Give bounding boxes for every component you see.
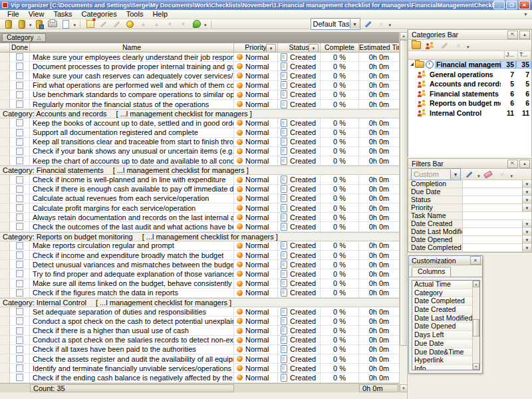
task-row[interactable]: Always retain documentation and records … — [0, 213, 399, 222]
column-list-item[interactable]: Hyperlink — [412, 356, 472, 365]
menu-tasks[interactable]: Tasks — [49, 10, 76, 19]
done-checkbox[interactable] — [16, 53, 23, 61]
priority-up-button[interactable] — [151, 19, 162, 29]
column-list-item[interactable]: Due Date — [412, 340, 472, 348]
task-row[interactable]: Check if the ending cash balance is nega… — [0, 373, 399, 382]
done-checkbox[interactable] — [16, 251, 23, 259]
scroll-down-icon[interactable]: ▼ — [473, 363, 479, 370]
task-row[interactable]: Find what operations are performed well … — [0, 81, 399, 90]
menu-view[interactable]: View — [24, 10, 49, 19]
task-row[interactable]: Set adequate separation of duties and re… — [0, 307, 399, 317]
filter-value[interactable] — [463, 188, 522, 196]
maximize-button[interactable]: ❐ — [506, 1, 517, 9]
filter-value[interactable] — [463, 244, 522, 251]
task-row[interactable]: Check if income is well-planned and in l… — [0, 175, 399, 184]
filter-value[interactable] — [463, 236, 522, 243]
filter-value[interactable] — [463, 220, 522, 227]
apply-filter-button[interactable] — [464, 170, 475, 179]
column-list-item[interactable]: Date Opened — [412, 323, 472, 331]
new-category-button[interactable] — [425, 41, 436, 50]
panel-collapse-button[interactable]: ▴ — [519, 160, 530, 168]
done-checkbox[interactable] — [16, 346, 23, 353]
open-database-button[interactable] — [16, 19, 27, 29]
panel-collapse-button[interactable]: ▴ — [519, 31, 530, 39]
done-checkbox[interactable] — [16, 91, 23, 98]
done-checkbox[interactable] — [16, 100, 23, 108]
filter-preset-combo[interactable]: Custom — [411, 168, 461, 180]
delete-task-button[interactable] — [111, 19, 122, 29]
new-database-button[interactable] — [3, 19, 14, 29]
done-checkbox[interactable] — [16, 289, 23, 297]
filter-preset-dropdown-icon[interactable] — [450, 170, 460, 179]
clear-filter-button[interactable] — [483, 170, 494, 179]
task-row[interactable]: Check if your bank shows any unusual or … — [0, 147, 399, 156]
header-estimated-time[interactable]: Estimated Time — [359, 43, 399, 53]
done-checkbox[interactable] — [16, 129, 23, 136]
group-by-category-tab[interactable]: Category △ — [2, 33, 46, 42]
manage-tasklist-button[interactable] — [362, 19, 374, 29]
delete-tasklist-button[interactable] — [376, 19, 387, 29]
done-checkbox[interactable] — [16, 374, 23, 381]
filter-value-dropdown-icon[interactable] — [522, 188, 531, 196]
tree-category-item[interactable]: Financial statements66 — [408, 89, 531, 99]
task-row[interactable]: Conduct a spot check on the cash to dete… — [0, 317, 399, 326]
task-row[interactable]: Make reports circulation regular and pro… — [0, 241, 399, 251]
column-list-item[interactable]: Info — [412, 365, 472, 370]
filter-value[interactable] — [463, 196, 522, 203]
task-row[interactable]: Check if income and expenditure broadly … — [0, 251, 399, 260]
task-row[interactable]: Check if the figures match the data in r… — [0, 289, 399, 298]
tab-columns[interactable]: Columns — [412, 267, 451, 277]
customization-close-button[interactable]: ✕ — [470, 256, 481, 265]
task-row[interactable]: Calculate profit margins for each servic… — [0, 203, 399, 213]
tasklist-combo-dropdown-icon[interactable] — [350, 19, 360, 29]
categories-toolbar-dropdown-icon[interactable]: ▾ — [467, 45, 469, 50]
filter-value[interactable] — [463, 228, 522, 235]
move-down-button[interactable] — [164, 19, 176, 29]
close-button[interactable]: ✕ — [519, 1, 530, 9]
priority-filter-dropdown[interactable] — [266, 44, 276, 53]
complete-task-button[interactable] — [191, 19, 202, 29]
column-list-item[interactable]: Date Last Modified — [412, 315, 472, 323]
done-checkbox[interactable] — [16, 308, 23, 315]
edit-task-button[interactable] — [98, 19, 109, 29]
task-row[interactable]: Keep the books of account up to date, se… — [0, 118, 399, 128]
task-row[interactable]: Check if there is a higher than usual us… — [0, 326, 399, 335]
tree-header-col1[interactable]: J... — [505, 51, 518, 59]
task-row[interactable]: Keep the chart of accounts up to date an… — [0, 156, 399, 166]
done-checkbox[interactable] — [16, 82, 23, 89]
menu-categories[interactable]: Categories — [77, 10, 122, 19]
tree-category-item[interactable]: Internal Control1111 — [408, 108, 531, 118]
filters-toolbar-dropdown-icon[interactable]: ▾ — [511, 174, 513, 179]
menu-tools[interactable]: Tools — [122, 10, 148, 19]
category-group-row[interactable]: Category: Financial statements[ ...l man… — [0, 166, 399, 175]
menu-help[interactable]: Help — [148, 10, 172, 19]
category-group-row[interactable]: Category: Internal Control[ ...l managem… — [0, 298, 399, 307]
task-row[interactable]: Detect unusual variances and mismatches … — [0, 260, 399, 269]
delete-category-button[interactable] — [453, 41, 464, 50]
tree-root-item[interactable]: Financial management checklist fo3535 — [408, 60, 531, 70]
delete-filter-button[interactable] — [497, 170, 508, 179]
done-checkbox[interactable] — [16, 327, 23, 334]
filter-value[interactable] — [463, 180, 522, 188]
open-database-dropdown-icon[interactable]: ▾ — [29, 23, 32, 28]
column-list-item[interactable]: Actual Time — [412, 281, 472, 289]
priority-button[interactable] — [124, 19, 136, 29]
task-row[interactable]: Document processes to provide proper int… — [0, 62, 399, 71]
edit-category-button[interactable] — [439, 41, 450, 50]
scroll-up-icon[interactable]: ▲ — [473, 281, 479, 287]
task-row[interactable]: Try to find proper and adequate explanat… — [0, 269, 399, 279]
column-list-item[interactable]: Date Created — [412, 306, 472, 315]
done-checkbox[interactable] — [16, 223, 23, 230]
task-row[interactable]: Check if all taxes have been paid to the… — [0, 345, 399, 354]
panel-dock-button[interactable]: ⇱ — [507, 31, 518, 39]
done-checkbox[interactable] — [16, 119, 23, 126]
done-checkbox[interactable] — [16, 138, 23, 146]
task-row[interactable]: Check the assets register and audit the … — [0, 354, 399, 364]
priority-down-button[interactable] — [178, 19, 189, 29]
done-checkbox[interactable] — [16, 186, 23, 193]
tree-category-item[interactable]: Accounts and records55 — [408, 79, 531, 89]
filter-value-dropdown-icon[interactable] — [522, 196, 531, 203]
new-task-button[interactable] — [84, 19, 96, 29]
save-database-button[interactable] — [34, 19, 45, 29]
task-row[interactable]: Make sure your cash reserves can adequat… — [0, 71, 399, 80]
